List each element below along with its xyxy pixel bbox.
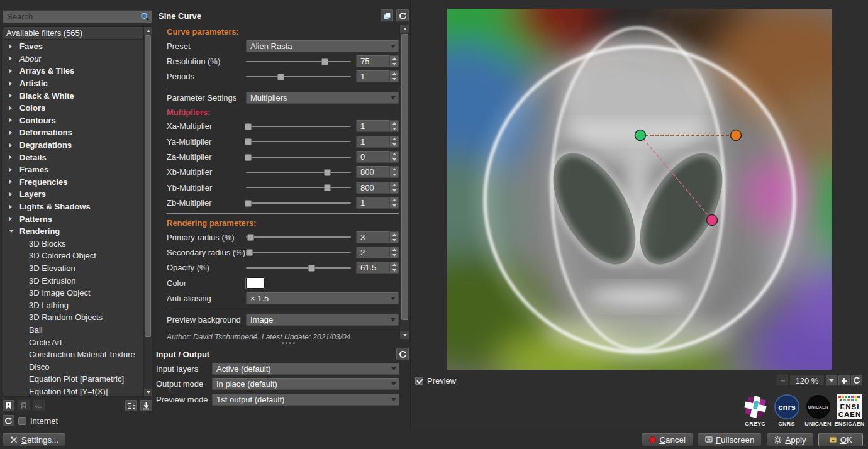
- preview-handle-orange[interactable]: [731, 130, 742, 141]
- spin-value[interactable]: 2: [356, 247, 389, 258]
- filter-item-3d-elevation[interactable]: 3D Elevation: [3, 262, 143, 275]
- reset-parameters-button[interactable]: [396, 9, 409, 22]
- xa-multiplier-slider[interactable]: [246, 121, 351, 132]
- preview-background-dropdown[interactable]: Image: [246, 314, 399, 326]
- filter-category-details[interactable]: Details: [3, 151, 143, 164]
- search-input[interactable]: [3, 10, 152, 23]
- filter-item-3d-lathing[interactable]: 3D Lathing: [3, 299, 143, 311]
- slider-handle[interactable]: [277, 74, 284, 80]
- spin-value[interactable]: 1: [356, 136, 389, 148]
- zoom-in-button[interactable]: [838, 375, 850, 386]
- chevron-right-icon[interactable]: [9, 56, 12, 61]
- rename-fave-button[interactable]: abc: [33, 400, 45, 411]
- filter-item-equation-plot-y-f-x[interactable]: Equation Plot [Y=f(X)]: [3, 385, 143, 396]
- filter-item-3d-colored-object[interactable]: 3D Colored Object: [3, 250, 143, 262]
- scroll-down-icon[interactable]: [144, 389, 152, 396]
- spin-value[interactable]: 1: [356, 197, 389, 209]
- spin-down-icon[interactable]: [389, 253, 399, 258]
- chevron-down-icon[interactable]: [9, 230, 14, 233]
- slider-handle[interactable]: [245, 200, 252, 207]
- secondary-radius-slider[interactable]: [246, 247, 351, 258]
- spin-down-icon[interactable]: [389, 268, 399, 274]
- remove-fave-button[interactable]: [18, 400, 30, 411]
- spin-up-icon[interactable]: [389, 247, 399, 253]
- spin-value[interactable]: 75: [356, 55, 389, 67]
- periods-slider[interactable]: [246, 71, 351, 82]
- spin-down-icon[interactable]: [389, 203, 399, 209]
- chevron-right-icon[interactable]: [9, 155, 12, 160]
- filter-category-frequencies[interactable]: Frequencies: [3, 176, 143, 189]
- filter-category-degradations[interactable]: Degradations: [3, 139, 143, 152]
- secondary-radius-spinbox[interactable]: 2: [356, 247, 399, 258]
- opacity-spinbox[interactable]: 61.5: [356, 262, 399, 274]
- spin-value[interactable]: 800: [356, 182, 389, 194]
- output-mode-dropdown[interactable]: In place (default): [212, 378, 399, 390]
- filter-category-contours[interactable]: Contours: [3, 114, 143, 127]
- internet-checkbox[interactable]: [18, 417, 26, 425]
- input-layers-dropdown[interactable]: Active (default): [212, 363, 399, 375]
- periods-spinbox[interactable]: 1: [356, 70, 399, 82]
- spin-value[interactable]: 1: [356, 70, 389, 82]
- preview-mode-dropdown[interactable]: 1st output (default): [212, 394, 399, 406]
- chevron-right-icon[interactable]: [9, 118, 12, 123]
- ya-multiplier-slider[interactable]: [246, 136, 351, 147]
- filter-category-deformations[interactable]: Deformations: [3, 126, 143, 139]
- filter-item-circle-art[interactable]: Circle Art: [3, 336, 143, 348]
- zb-multiplier-slider[interactable]: [246, 197, 351, 209]
- filter-category-black-white[interactable]: Black & White: [3, 89, 143, 102]
- spin-up-icon[interactable]: [389, 151, 399, 157]
- ok-button[interactable]: OK: [818, 433, 863, 446]
- spin-down-icon[interactable]: [389, 62, 399, 67]
- filter-item-equation-plot-parametric[interactable]: Equation Plot [Parametric]: [3, 373, 143, 385]
- parameters-scrollbar[interactable]: [399, 25, 409, 339]
- za-multiplier-spinbox[interactable]: 0: [356, 151, 399, 163]
- zoom-out-button[interactable]: [777, 375, 788, 386]
- filter-item-ball[interactable]: Ball: [3, 324, 143, 336]
- apply-button[interactable]: Apply: [766, 433, 813, 446]
- resolution-spinbox[interactable]: 75: [356, 55, 399, 67]
- spin-down-icon[interactable]: [389, 188, 399, 194]
- slider-handle[interactable]: [321, 58, 328, 65]
- filter-category-lights-shadows[interactable]: Lights & Shadows: [3, 201, 143, 213]
- xa-multiplier-spinbox[interactable]: 1: [356, 120, 399, 132]
- chevron-right-icon[interactable]: [9, 69, 12, 74]
- preview-handle-pink[interactable]: [707, 215, 718, 226]
- spin-up-icon[interactable]: [389, 182, 399, 188]
- zb-multiplier-spinbox[interactable]: 1: [356, 197, 399, 209]
- slider-handle[interactable]: [245, 138, 252, 145]
- expand-collapse-button[interactable]: [125, 400, 137, 411]
- filter-category-frames[interactable]: Frames: [3, 164, 143, 176]
- chevron-right-icon[interactable]: [9, 216, 12, 221]
- filter-item-disco[interactable]: Disco: [3, 360, 143, 373]
- filter-item-3d-extrusion[interactable]: 3D Extrusion: [3, 274, 143, 287]
- spin-up-icon[interactable]: [389, 55, 399, 62]
- spin-value[interactable]: 800: [356, 166, 389, 178]
- anti-aliasing-dropdown[interactable]: × 1.5: [246, 292, 399, 304]
- filter-item-3d-random-objects[interactable]: 3D Random Objects: [3, 311, 143, 324]
- spin-up-icon[interactable]: [389, 197, 399, 203]
- spin-down-icon[interactable]: [389, 157, 399, 163]
- chevron-right-icon[interactable]: [9, 204, 12, 209]
- slider-handle[interactable]: [247, 234, 254, 241]
- slider-handle[interactable]: [245, 154, 252, 161]
- preview-image[interactable]: [447, 9, 832, 370]
- yb-multiplier-slider[interactable]: [246, 182, 351, 193]
- yb-multiplier-spinbox[interactable]: 800: [356, 182, 399, 194]
- search-icon[interactable]: [139, 11, 150, 22]
- download-filters-button[interactable]: [140, 400, 152, 411]
- spin-down-icon[interactable]: [389, 142, 399, 148]
- filter-item-3d-image-object[interactable]: 3D Image Object: [3, 287, 143, 299]
- zoom-dropdown-button[interactable]: [826, 375, 837, 386]
- opacity-slider[interactable]: [246, 262, 351, 274]
- preview-handle-green[interactable]: [635, 130, 646, 141]
- slider-handle[interactable]: [245, 123, 252, 130]
- spin-down-icon[interactable]: [389, 126, 399, 132]
- cancel-button[interactable]: Cancel: [642, 433, 693, 446]
- resolution-slider[interactable]: [246, 56, 351, 67]
- spin-value[interactable]: 3: [356, 231, 389, 243]
- spin-up-icon[interactable]: [389, 262, 399, 268]
- chevron-right-icon[interactable]: [9, 106, 12, 111]
- spin-up-icon[interactable]: [389, 166, 399, 172]
- filter-category-about[interactable]: About: [3, 53, 143, 65]
- scroll-down-icon[interactable]: [400, 331, 409, 339]
